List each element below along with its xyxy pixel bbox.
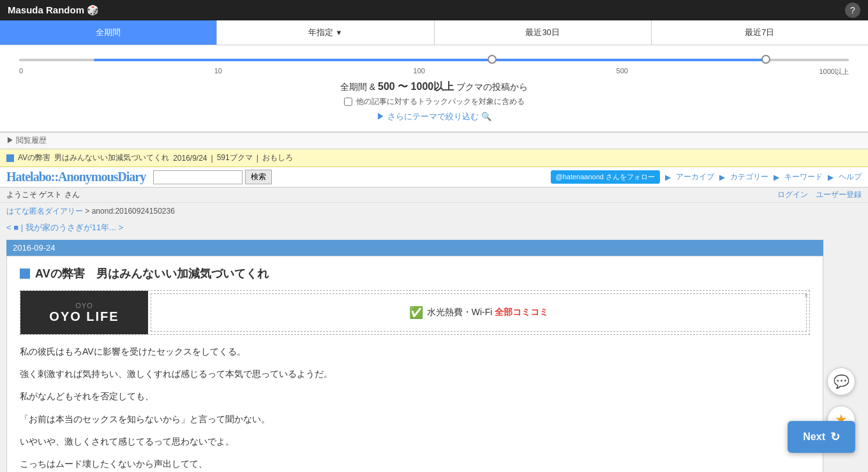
notice-separator: | <box>211 154 213 163</box>
header-link-keyword[interactable]: キーワード <box>784 172 823 182</box>
user-welcome: ようこそ ゲスト さん <box>6 189 80 200</box>
logo-text: Hatelabo::AnonymousDiary <box>6 170 146 184</box>
notice-date: 2016/9/24 <box>173 154 207 163</box>
top-bar: Masuda Random 🎲 ? <box>0 0 868 20</box>
title-square-icon <box>20 269 30 279</box>
header-link-category[interactable]: カテゴリー <box>730 172 768 182</box>
tab-30days[interactable]: 最近30日 <box>435 20 652 45</box>
tab-year[interactable]: 年指定 <box>217 20 434 45</box>
article-para-1: 私の彼氏はもろAVに影響を受けたセックスをしてくる。 <box>20 344 810 360</box>
comment-icon: 💬 <box>834 374 849 389</box>
header-links: @hatenaanond さんをフォロー ▶ アーカイブ ▶ カテゴリー ▶ キ… <box>551 170 862 184</box>
user-bar: ようこそ ゲスト さん ログイン ユーザー登録 <box>0 188 868 203</box>
ad-right: ✅ 水光熱費・Wi-Fi 全部コミコミ <box>151 293 807 332</box>
slider-area: 0 10 100 500 1000以上 全期間 & 500 〜 1000以上 ブ… <box>0 45 868 132</box>
trackback-label[interactable]: 他の記事に対するトラックバックを対象に含める <box>356 96 525 107</box>
filter-prefix: 全期間 & <box>340 82 378 92</box>
hatelabo-header: Hatelabo::AnonymousDiary 検索 @hatenaanond… <box>0 167 868 188</box>
register-link[interactable]: ユーザー登録 <box>816 189 862 200</box>
slider-thumb-right[interactable] <box>761 55 770 64</box>
header-link-arrow2: ▶ <box>719 173 725 182</box>
slider-track-wrapper <box>19 53 849 66</box>
header-link-arrow1: ▶ <box>665 173 671 182</box>
refresh-icon: ↻ <box>830 430 840 444</box>
notice-bookmarks: 591ブクマ <box>217 152 253 163</box>
article-para-6: こっちはムード壊したくないから声出してて、 <box>20 456 810 472</box>
browsing-history[interactable]: ▶ 閲覧履歴 <box>0 132 868 149</box>
main-content: 2016-09-24 AVの弊害 男はみんないい加減気づいてくれ OYO OYO… <box>0 240 830 472</box>
ad-banner: OYO OYO LIFE ✅ 水光熱費・Wi-Fi 全部コミコミ × <box>20 290 810 335</box>
slider-labels: 0 10 100 500 1000以上 <box>13 67 855 77</box>
notice-separator2: | <box>257 154 258 163</box>
post-nav: < ■ | 我が家のうさぎが11年... > <box>0 220 868 236</box>
filter-range: 500 〜 1000以上 <box>378 81 454 92</box>
slider-label-500: 500 <box>617 67 628 77</box>
follow-button[interactable]: @hatenaanond さんをフォロー <box>551 170 660 184</box>
article-para-2: 強く刺激すれば気持ちい、激しくすれば感じるって本気で思っているようだ。 <box>20 366 810 382</box>
help-button[interactable]: ? <box>845 3 860 18</box>
theme-filter[interactable]: ▶ さらにテーマで絞り込む 🔍 <box>13 111 855 122</box>
filter-description: 全期間 & 500 〜 1000以上 ブクマの投稿から <box>13 80 855 94</box>
search-button[interactable]: 検索 <box>245 170 272 184</box>
article-title-text: AVの弊害 男はみんないい加減気づいてくれ <box>35 266 269 281</box>
tab-7days[interactable]: 最近7日 <box>652 20 868 45</box>
nav-middle: | <box>21 223 26 232</box>
header-link-arrow3: ▶ <box>774 173 779 182</box>
nav-left: < ■ <box>6 223 19 232</box>
notice-text: 男はみんないい加減気づいてくれ <box>54 152 169 163</box>
header-link-archive[interactable]: アーカイブ <box>676 172 714 182</box>
article-title: AVの弊害 男はみんないい加減気づいてくれ <box>20 266 810 281</box>
date-header: 2016-09-24 <box>6 240 823 256</box>
login-link[interactable]: ログイン <box>777 189 808 200</box>
tab-all-period[interactable]: 全期間 <box>0 20 217 45</box>
breadcrumb-site[interactable]: はてな匿名ダイアリー <box>6 207 83 216</box>
search-form: 検索 <box>153 170 272 184</box>
ad-close-button[interactable]: × <box>804 292 808 299</box>
trackback-row: 他の記事に対するトラックバックを対象に含める <box>13 96 855 107</box>
notice-square-icon <box>6 154 14 162</box>
oyo-brand: OYO LIFE <box>49 309 119 324</box>
next-label: Next <box>803 431 825 443</box>
ad-banner-inner: OYO OYO LIFE ✅ 水光熱費・Wi-Fi 全部コミコミ <box>20 291 809 334</box>
filter-suffix: ブクマの投稿から <box>454 82 528 92</box>
article: AVの弊害 男はみんないい加減気づいてくれ OYO OYO LIFE ✅ 水光熱… <box>6 256 823 472</box>
breadcrumb: はてな匿名ダイアリー > anond:20160924150236 <box>0 203 868 220</box>
notice-title: AVの弊害 <box>18 152 50 163</box>
float-comment-button[interactable]: 💬 <box>827 367 855 395</box>
search-input[interactable] <box>153 170 243 184</box>
header-link-arrow4: ▶ <box>828 173 834 182</box>
notice-tag: おもしろ <box>262 152 293 163</box>
article-para-3: 私がなんどもそれを否定しても、 <box>20 388 810 404</box>
notice-bar: AVの弊害 男はみんないい加減気づいてくれ 2016/9/24 | 591ブクマ… <box>0 149 868 167</box>
hatelabo-logo: Hatelabo::AnonymousDiary <box>6 170 146 184</box>
filter-tabs: 全期間 年指定 最近30日 最近7日 <box>0 20 868 45</box>
trackback-checkbox[interactable] <box>344 98 352 106</box>
slider-label-1000: 1000以上 <box>819 67 848 77</box>
user-bar-links: ログイン ユーザー登録 <box>777 189 862 200</box>
breadcrumb-separator: > <box>85 207 91 216</box>
app-title: Masuda Random 🎲 <box>8 4 99 16</box>
breadcrumb-path: anond:20160924150236 <box>92 207 175 216</box>
article-para-5: いやいや、激しくされて感じてるって思わないでよ。 <box>20 434 810 450</box>
slider-label-0: 0 <box>19 67 23 77</box>
check-icon: ✅ <box>409 306 423 320</box>
slider-thumb-left[interactable] <box>488 55 497 64</box>
nav-link[interactable]: 我が家のうさぎが11年... > <box>26 223 124 232</box>
ad-oyo-logo: OYO OYO LIFE <box>20 291 148 334</box>
header-link-help[interactable]: ヘルプ <box>839 172 862 182</box>
slider-label-10: 10 <box>214 67 222 77</box>
ad-text: 水光熱費・Wi-Fi 全部コミコミ <box>427 307 549 318</box>
slider-fill <box>94 59 766 61</box>
next-button[interactable]: Next ↻ <box>788 421 855 453</box>
article-para-4: 「お前は本当のセックスを知らないから」と言って聞かない。 <box>20 411 810 427</box>
slider-label-100: 100 <box>414 67 425 77</box>
